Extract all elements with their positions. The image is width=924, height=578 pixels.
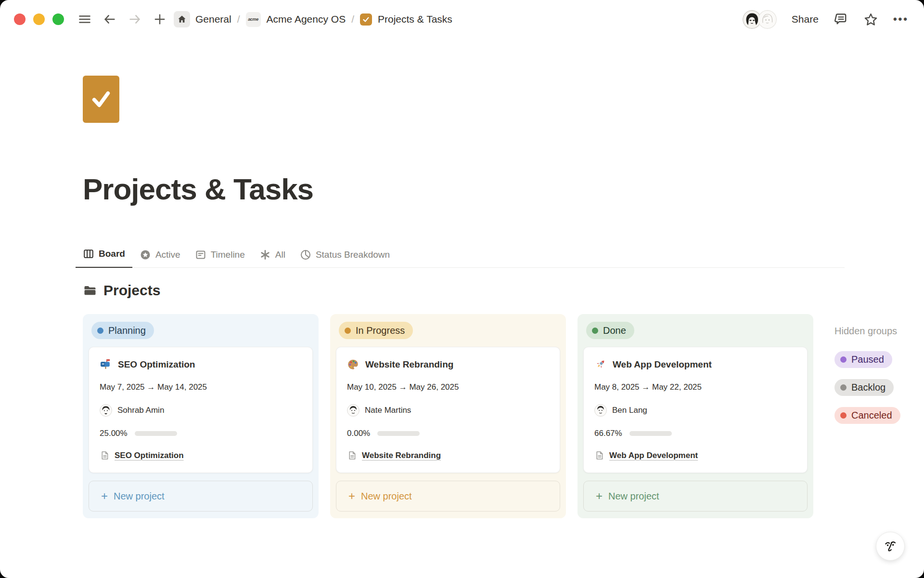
project-card[interactable]: SEO Optimization May 7, 2025 → May 14, 2…	[89, 347, 313, 473]
tab-active[interactable]: Active	[132, 249, 188, 268]
back-icon[interactable]	[103, 12, 117, 26]
star-circle-icon	[140, 249, 151, 261]
breadcrumb-acme-agency-os[interactable]: Acme Agency OS	[267, 13, 346, 25]
status-dot	[592, 328, 598, 334]
card-date-range: May 8, 2025 → May 22, 2025	[594, 382, 796, 392]
tab-all[interactable]: All	[252, 249, 293, 268]
window-controls	[14, 13, 64, 25]
folder-icon	[83, 283, 97, 298]
close-button[interactable]	[14, 13, 26, 25]
page-cover-icon[interactable]	[83, 76, 119, 123]
palette-emoji	[347, 358, 359, 370]
assignee-avatar	[100, 404, 112, 417]
comment-icon[interactable]	[834, 12, 848, 27]
page-doc-icon	[100, 450, 110, 460]
card-title: Web App Development	[613, 359, 712, 370]
status-badge-planning[interactable]: Planning	[91, 322, 154, 339]
mailbox-emoji	[100, 358, 112, 370]
status-badge-done[interactable]: Done	[586, 322, 634, 339]
breadcrumb-separator: /	[237, 13, 240, 25]
asterisk-icon	[259, 249, 271, 261]
card-title: Website Rebranding	[365, 359, 453, 370]
assignee-avatar	[594, 404, 607, 417]
breadcrumb-general[interactable]: General	[195, 13, 231, 25]
card-page-link[interactable]: Web App Development	[609, 451, 698, 460]
nav-icons	[77, 12, 167, 26]
status-dot	[840, 384, 847, 391]
progress-label: 25.00%	[100, 429, 128, 438]
page-content: Projects & Tasks Board Active Timeline	[0, 76, 924, 518]
projects-section-header[interactable]: Projects	[83, 282, 924, 299]
orange-check-icon	[360, 13, 372, 26]
page-doc-icon	[594, 450, 604, 460]
app-window: General / acme Acme Agency OS / Projects…	[0, 0, 924, 578]
hidden-group-canceled[interactable]: Canceled	[834, 407, 900, 424]
tab-label: Status Breakdown	[316, 250, 390, 260]
more-icon[interactable]: •••	[893, 13, 909, 26]
tab-status-breakdown[interactable]: Status Breakdown	[293, 249, 397, 268]
tab-label: Active	[155, 250, 180, 260]
minimize-button[interactable]	[33, 13, 45, 25]
section-title: Projects	[103, 282, 160, 299]
progress-bar	[629, 431, 672, 436]
share-button[interactable]: Share	[792, 13, 819, 25]
breadcrumb-projects-tasks[interactable]: Projects & Tasks	[378, 13, 452, 25]
card-title: SEO Optimization	[118, 359, 195, 370]
star-icon[interactable]	[863, 12, 878, 27]
tab-label: Board	[99, 249, 125, 259]
avatar	[758, 10, 777, 29]
project-card[interactable]: Web App Development May 8, 2025 → May 22…	[583, 347, 808, 473]
plus-icon: +	[596, 490, 603, 502]
status-label: In Progress	[356, 325, 405, 336]
card-page-link[interactable]: Website Rebranding	[362, 451, 441, 460]
status-dot	[840, 412, 847, 419]
hidden-group-paused[interactable]: Paused	[834, 351, 892, 368]
status-label: Done	[603, 325, 626, 336]
status-label: Planning	[108, 325, 146, 336]
forward-icon[interactable]	[128, 12, 142, 26]
card-date-range: May 7, 2025 → May 14, 2025	[100, 382, 302, 392]
tab-board[interactable]: Board	[76, 248, 132, 268]
project-card[interactable]: Website Rebranding May 10, 2025 → May 26…	[336, 347, 560, 473]
new-project-button[interactable]: + New project	[89, 481, 313, 512]
status-dot	[97, 328, 103, 334]
plus-icon[interactable]	[153, 12, 167, 26]
plus-icon: +	[348, 490, 355, 502]
tab-label: All	[275, 250, 285, 260]
assignee-name: Ben Lang	[612, 406, 647, 415]
topbar-right: Share •••	[743, 10, 909, 29]
progress-label: 0.00%	[347, 429, 370, 438]
notion-ai-face-button[interactable]	[876, 532, 905, 561]
page-title[interactable]: Projects & Tasks	[83, 173, 924, 206]
progress-bar	[377, 431, 420, 436]
tab-timeline[interactable]: Timeline	[188, 249, 252, 268]
member-avatars[interactable]	[743, 10, 777, 29]
notion-ai-face-icon	[882, 538, 898, 554]
acme-logo[interactable]: acme	[246, 12, 261, 27]
column-in-progress: In Progress Website Rebranding May 10, 2…	[330, 314, 566, 518]
hidden-group-backlog[interactable]: Backlog	[834, 379, 894, 396]
status-badge-in-progress[interactable]: In Progress	[339, 322, 413, 339]
top-bar: General / acme Acme Agency OS / Projects…	[0, 0, 924, 39]
card-date-range: May 10, 2025 → May 26, 2025	[347, 382, 549, 392]
board-columns-icon	[83, 248, 94, 260]
progress-label: 66.67%	[594, 429, 622, 438]
hidden-groups: Hidden groups Paused Backlog Canceled	[834, 326, 900, 424]
home-icon[interactable]	[174, 11, 190, 27]
breadcrumb: General / acme Acme Agency OS / Projects…	[195, 12, 452, 27]
new-project-button[interactable]: + New project	[583, 481, 808, 512]
status-dot	[345, 328, 351, 334]
timeline-note-icon	[195, 249, 206, 261]
assignee-name: Nate Martins	[365, 406, 411, 415]
tab-label: Timeline	[211, 250, 245, 260]
page-doc-icon	[347, 450, 357, 460]
zoom-button[interactable]	[52, 13, 64, 25]
card-page-link[interactable]: SEO Optimization	[115, 451, 184, 460]
column-done: Done Web App Development May 8, 2025 → M…	[578, 314, 813, 518]
status-dot	[840, 356, 847, 363]
plus-icon: +	[101, 490, 108, 502]
hamburger-menu-icon[interactable]	[77, 12, 92, 26]
view-tabs: Board Active Timeline All	[76, 248, 845, 268]
pie-chart-icon	[300, 249, 311, 261]
new-project-button[interactable]: + New project	[336, 481, 560, 512]
